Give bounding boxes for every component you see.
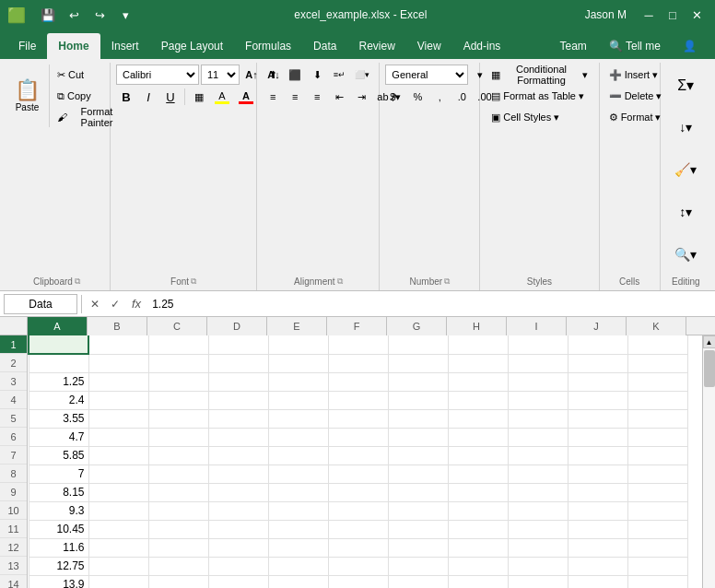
table-cell[interactable] — [448, 335, 508, 354]
table-cell[interactable] — [627, 354, 687, 372]
insert-button[interactable]: ➕ Insert ▾ — [605, 65, 662, 85]
table-cell[interactable]: 8.15 — [29, 483, 88, 501]
vertical-scrollbar[interactable]: ▲ ▼ — [702, 335, 715, 588]
bold-button[interactable]: B — [116, 87, 136, 107]
table-cell[interactable] — [388, 428, 448, 446]
conditional-formatting-button[interactable]: ▦ Conditional Formatting ▾ — [486, 65, 592, 85]
table-cell[interactable] — [388, 575, 448, 588]
table-cell[interactable] — [627, 372, 687, 391]
row-num-10[interactable]: 10 — [0, 501, 27, 520]
cut-button[interactable]: ✂ Cut — [53, 65, 100, 85]
table-cell[interactable] — [328, 483, 388, 501]
tab-insert[interactable]: Insert — [100, 33, 150, 59]
tab-home[interactable]: Home — [47, 33, 100, 59]
delete-button[interactable]: ➖ Delete ▾ — [605, 86, 666, 106]
table-cell[interactable] — [88, 409, 148, 428]
decrease-indent-button[interactable]: ⇤ — [329, 87, 349, 107]
table-cell[interactable] — [448, 391, 508, 409]
table-cell[interactable] — [88, 483, 148, 501]
table-cell[interactable] — [29, 335, 88, 354]
table-cell[interactable] — [627, 557, 687, 575]
table-cell[interactable] — [268, 372, 328, 391]
alignment-expand[interactable]: ⧉ — [337, 276, 343, 287]
name-box[interactable] — [4, 294, 77, 314]
table-cell[interactable]: 12.75 — [29, 557, 88, 575]
table-cell[interactable] — [627, 391, 687, 409]
table-cell[interactable] — [508, 483, 568, 501]
col-header-E[interactable]: E — [267, 317, 327, 335]
tab-file[interactable]: File — [7, 33, 47, 59]
table-cell[interactable] — [388, 501, 448, 520]
table-cell[interactable] — [148, 335, 208, 354]
table-cell[interactable] — [268, 354, 328, 372]
table-cell[interactable] — [568, 354, 627, 372]
table-cell[interactable] — [448, 465, 508, 483]
table-cell[interactable] — [388, 483, 448, 501]
table-cell[interactable] — [448, 409, 508, 428]
table-cell[interactable] — [268, 575, 328, 588]
row-num-11[interactable]: 11 — [0, 520, 27, 538]
table-cell[interactable] — [568, 483, 627, 501]
table-cell[interactable] — [388, 446, 448, 465]
row-num-9[interactable]: 9 — [0, 483, 27, 501]
table-cell[interactable] — [448, 520, 508, 538]
table-cell[interactable]: 10.45 — [29, 520, 88, 538]
table-cell[interactable] — [568, 446, 627, 465]
fill-button[interactable]: ↓▾ — [668, 107, 703, 147]
col-header-K[interactable]: K — [627, 317, 686, 335]
tab-data[interactable]: Data — [302, 33, 347, 59]
table-cell[interactable] — [448, 483, 508, 501]
scroll-track[interactable] — [703, 348, 715, 588]
table-cell[interactable] — [388, 409, 448, 428]
font-expand[interactable]: ⧉ — [191, 276, 196, 287]
table-cell[interactable] — [388, 372, 448, 391]
tab-team[interactable]: Team — [549, 33, 598, 59]
align-bottom-button[interactable]: ⬇ — [307, 65, 327, 85]
cancel-formula-btn[interactable]: ✕ — [86, 295, 104, 313]
autosum-button[interactable]: Σ▾ — [668, 65, 703, 105]
table-cell[interactable] — [208, 501, 268, 520]
corner-cell[interactable] — [0, 317, 28, 335]
undo-button[interactable]: ↩ — [63, 4, 85, 26]
table-cell[interactable]: 1.25 — [29, 372, 88, 391]
table-cell[interactable] — [328, 501, 388, 520]
table-cell[interactable] — [388, 354, 448, 372]
font-color-button[interactable]: A — [235, 87, 257, 107]
table-cell[interactable] — [448, 575, 508, 588]
table-cell[interactable] — [508, 409, 568, 428]
table-cell[interactable] — [268, 501, 328, 520]
col-header-I[interactable]: I — [507, 317, 567, 335]
table-cell[interactable] — [208, 335, 268, 354]
table-cell[interactable] — [568, 538, 627, 557]
grid-content[interactable]: 1.252.43.554.75.8578.159.310.4511.612.75… — [28, 335, 702, 588]
table-cell[interactable] — [268, 335, 328, 354]
table-cell[interactable]: 7 — [29, 465, 88, 483]
table-cell[interactable] — [508, 428, 568, 446]
table-cell[interactable] — [328, 354, 388, 372]
table-cell[interactable] — [627, 409, 687, 428]
font-size-select[interactable]: 11 89101214 — [201, 65, 240, 85]
table-cell[interactable] — [448, 501, 508, 520]
table-cell[interactable] — [448, 428, 508, 446]
table-cell[interactable] — [148, 372, 208, 391]
table-cell[interactable] — [328, 520, 388, 538]
row-num-4[interactable]: 4 — [0, 391, 27, 409]
table-cell[interactable] — [268, 483, 328, 501]
table-cell[interactable] — [388, 335, 448, 354]
table-cell[interactable] — [268, 409, 328, 428]
redo-button[interactable]: ↪ — [88, 4, 111, 26]
table-cell[interactable] — [568, 372, 627, 391]
row-num-2[interactable]: 2 — [0, 354, 27, 372]
table-cell[interactable] — [88, 557, 148, 575]
row-num-1[interactable]: 1 — [0, 335, 27, 354]
table-cell[interactable] — [388, 538, 448, 557]
table-cell[interactable] — [328, 428, 388, 446]
border-button[interactable]: ▦ — [189, 87, 209, 107]
format-as-table-button[interactable]: ▤ Format as Table ▾ — [486, 86, 590, 106]
col-header-C[interactable]: C — [147, 317, 207, 335]
merge-center-button[interactable]: ⬜▾ — [351, 65, 373, 85]
table-cell[interactable] — [627, 335, 687, 354]
table-cell[interactable] — [208, 372, 268, 391]
table-cell[interactable] — [508, 520, 568, 538]
scroll-up-btn[interactable]: ▲ — [703, 335, 716, 348]
